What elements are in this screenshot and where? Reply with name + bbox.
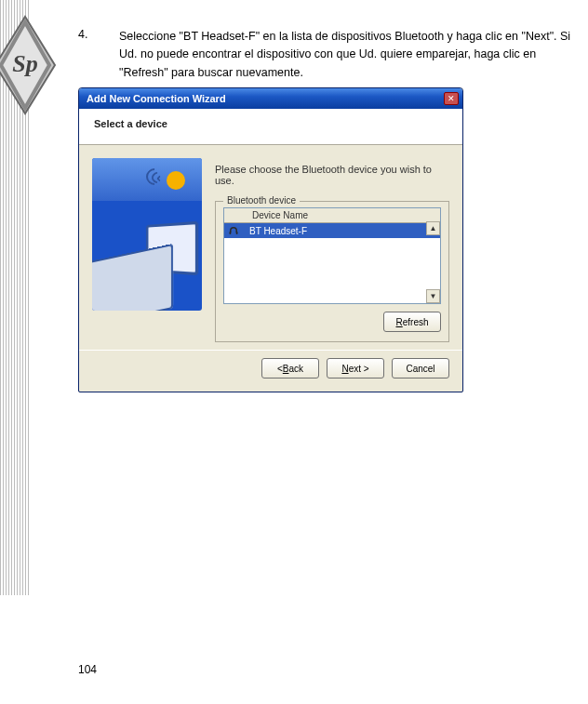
wizard-titlebar: Add New Connection Wizard ✕ xyxy=(79,88,462,109)
device-item-label: BT Headset-F xyxy=(249,226,307,236)
wizard-instruction: Please choose the Bluetooth device you w… xyxy=(215,164,449,186)
page-number: 104 xyxy=(78,663,97,676)
page-logo-diamond: Sp xyxy=(0,14,58,116)
wizard-illustration xyxy=(92,158,202,311)
svg-text:Sp: Sp xyxy=(12,50,37,77)
page-content: 4. Seleccione "BT Headset-F" en la lista… xyxy=(78,28,574,392)
refresh-button-rest: efresh xyxy=(403,317,429,327)
wizard-subheader: Select a device xyxy=(79,109,462,145)
device-listview[interactable]: Device Name BT Headset-F ▲ xyxy=(223,207,441,304)
signal-waves-icon xyxy=(144,166,167,194)
scroll-up-button[interactable]: ▲ xyxy=(426,221,440,235)
list-item-selected[interactable]: BT Headset-F xyxy=(224,223,440,238)
wizard-window: Add New Connection Wizard ✕ Select a dev… xyxy=(78,87,463,392)
scroll-down-button[interactable]: ▼ xyxy=(426,289,440,303)
step-instruction-text: Seleccione "BT Headset-F" en la lista de… xyxy=(119,28,574,82)
group-legend: Bluetooth device xyxy=(223,195,300,206)
wizard-right-column: Please choose the Bluetooth device you w… xyxy=(215,158,449,342)
cancel-button[interactable]: Cancel xyxy=(392,358,449,379)
back-button[interactable]: < Back xyxy=(261,358,319,379)
next-button[interactable]: Next > xyxy=(327,358,384,379)
step-4: 4. Seleccione "BT Headset-F" en la lista… xyxy=(78,28,574,82)
device-dot-icon xyxy=(167,171,185,190)
wizard-title: Add New Connection Wizard xyxy=(87,93,444,104)
bluetooth-device-group: Bluetooth device Device Name xyxy=(215,201,449,342)
svg-rect-4 xyxy=(236,232,238,234)
laptop-icon xyxy=(92,244,173,311)
chevron-down-icon: ▼ xyxy=(430,292,437,300)
refresh-button[interactable]: Refresh xyxy=(383,312,441,332)
list-header-device-name[interactable]: Device Name xyxy=(224,208,440,223)
wizard-body: Please choose the Bluetooth device you w… xyxy=(79,145,462,350)
svg-rect-3 xyxy=(230,232,232,234)
wizard-button-row: < Back Next > Cancel xyxy=(79,350,462,392)
close-button[interactable]: ✕ xyxy=(444,92,459,105)
close-icon: ✕ xyxy=(448,94,455,103)
headset-icon xyxy=(227,224,240,237)
step-number: 4. xyxy=(78,28,119,82)
chevron-up-icon: ▲ xyxy=(430,224,437,232)
